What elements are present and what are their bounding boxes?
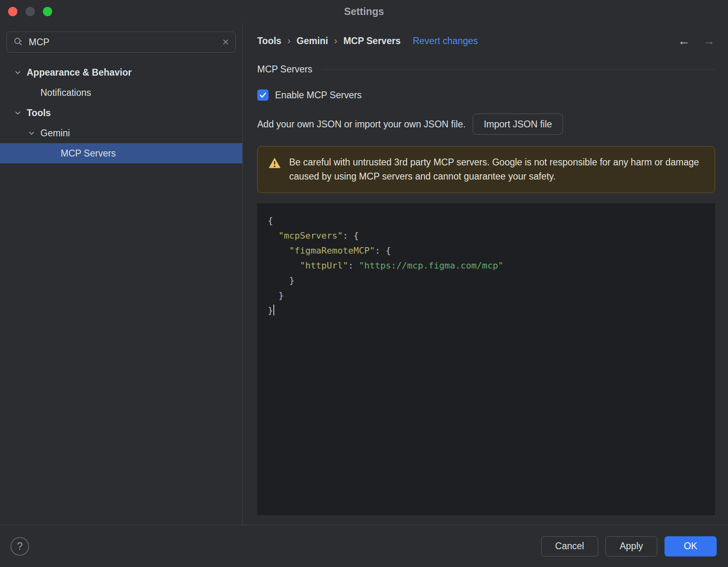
enable-mcp-row: Enable MCP Servers bbox=[257, 89, 715, 101]
code-line: "mcpServers": { bbox=[268, 228, 707, 243]
breadcrumb-separator: › bbox=[288, 36, 291, 47]
chevron-down-icon[interactable] bbox=[13, 108, 23, 118]
back-arrow-icon[interactable]: ← bbox=[678, 35, 690, 47]
apply-button[interactable]: Apply bbox=[605, 536, 657, 556]
main-area: × Appearance & Behavior Notifications To bbox=[0, 23, 728, 525]
json-editor[interactable]: { "mcpServers": { "figmaRemoteMCP": { "h… bbox=[257, 203, 715, 515]
help-icon: ? bbox=[17, 540, 23, 552]
sidebar-item-label: Notifications bbox=[40, 87, 91, 98]
code-line: } bbox=[268, 273, 707, 288]
text-caret bbox=[273, 305, 274, 315]
settings-tree: Appearance & Behavior Notifications Tool… bbox=[0, 62, 242, 163]
code-line: } bbox=[268, 288, 707, 303]
code-line: { bbox=[268, 213, 707, 228]
dialog-footer: ? Cancel Apply OK bbox=[0, 525, 728, 567]
breadcrumb-item-mcp-servers[interactable]: MCP Servers bbox=[343, 36, 401, 47]
settings-window: Settings × bbox=[0, 0, 728, 567]
window-controls bbox=[8, 0, 52, 23]
search-icon[interactable] bbox=[13, 37, 24, 47]
sidebar-item-label: Appearance & Behavior bbox=[27, 67, 131, 78]
clear-search-icon[interactable]: × bbox=[222, 36, 229, 48]
sidebar-item-appearance-behavior[interactable]: Appearance & Behavior bbox=[0, 62, 242, 83]
warning-banner: Be careful with untrusted 3rd party MCP … bbox=[257, 146, 715, 193]
history-nav: ← → bbox=[678, 35, 715, 47]
code-line: "httpUrl": "https://mcp.figma.com/mcp" bbox=[268, 258, 707, 273]
enable-mcp-checkbox[interactable] bbox=[257, 89, 269, 101]
settings-sidebar: × Appearance & Behavior Notifications To bbox=[0, 23, 243, 525]
sidebar-item-gemini[interactable]: Gemini bbox=[0, 123, 242, 143]
help-button[interactable]: ? bbox=[11, 537, 29, 556]
forward-arrow-icon[interactable]: → bbox=[703, 35, 715, 47]
search-box[interactable]: × bbox=[6, 32, 236, 53]
search-input[interactable] bbox=[29, 37, 218, 48]
breadcrumb: Tools › Gemini › MCP Servers Revert chan… bbox=[257, 33, 715, 49]
code-line: } bbox=[268, 303, 707, 318]
sidebar-item-label: Tools bbox=[27, 108, 51, 118]
breadcrumb-separator: › bbox=[334, 36, 337, 47]
breadcrumb-item-gemini[interactable]: Gemini bbox=[296, 36, 328, 47]
page-title: MCP Servers bbox=[257, 64, 312, 75]
cancel-button[interactable]: Cancel bbox=[541, 536, 599, 556]
sidebar-item-label: Gemini bbox=[40, 128, 70, 139]
chevron-down-icon[interactable] bbox=[27, 128, 36, 138]
close-window-button[interactable] bbox=[8, 7, 17, 16]
import-json-button[interactable]: Import JSON file bbox=[473, 114, 563, 135]
warning-text: Be careful with untrusted 3rd party MCP … bbox=[289, 155, 704, 184]
minimize-window-button[interactable] bbox=[25, 7, 35, 16]
code-line: "figmaRemoteMCP": { bbox=[268, 243, 707, 258]
chevron-down-icon[interactable] bbox=[13, 68, 23, 77]
sidebar-item-tools[interactable]: Tools bbox=[0, 103, 242, 123]
window-title: Settings bbox=[344, 6, 384, 17]
settings-content: Tools › Gemini › MCP Servers Revert chan… bbox=[243, 23, 728, 525]
footer-buttons: Cancel Apply OK bbox=[541, 536, 717, 556]
add-json-row: Add your own JSON or import your own JSO… bbox=[257, 114, 715, 135]
enable-mcp-label: Enable MCP Servers bbox=[275, 90, 362, 101]
sidebar-item-notifications[interactable]: Notifications bbox=[0, 83, 242, 103]
sidebar-item-label: MCP Servers bbox=[61, 148, 116, 159]
titlebar: Settings bbox=[0, 0, 728, 23]
ok-button[interactable]: OK bbox=[665, 536, 717, 556]
breadcrumb-item-tools[interactable]: Tools bbox=[257, 36, 281, 47]
revert-changes-link[interactable]: Revert changes bbox=[413, 36, 478, 47]
section-header: MCP Servers bbox=[257, 64, 715, 75]
section-divider bbox=[322, 69, 715, 70]
warning-icon bbox=[268, 157, 281, 171]
add-json-text: Add your own JSON or import your own JSO… bbox=[257, 119, 466, 130]
sidebar-item-mcp-servers[interactable]: MCP Servers bbox=[0, 143, 242, 163]
zoom-window-button[interactable] bbox=[43, 7, 52, 16]
